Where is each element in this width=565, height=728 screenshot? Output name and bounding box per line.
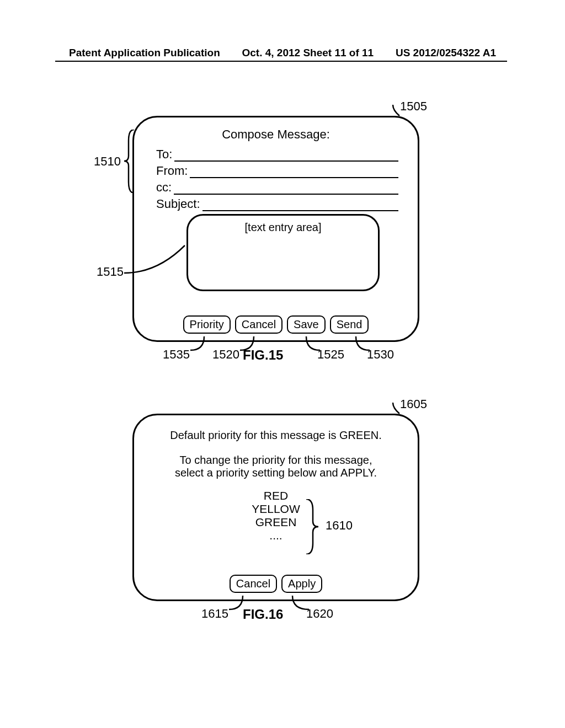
- header-right: US 2012/0254322 A1: [396, 47, 496, 59]
- brace-1510-icon: [124, 130, 135, 193]
- cc-input-line[interactable]: [174, 185, 398, 195]
- from-field-row[interactable]: From:: [156, 164, 398, 178]
- compose-message-panel: Compose Message: To: From: cc: Subject: …: [132, 116, 419, 342]
- header-fields-group: To: From: cc: Subject:: [156, 147, 398, 211]
- lead-1505: [393, 105, 409, 121]
- subject-field-row[interactable]: Subject:: [156, 197, 398, 211]
- fig16-label: FIG.16: [243, 607, 283, 622]
- cancel-button[interactable]: Cancel: [230, 575, 277, 593]
- option-red[interactable]: RED: [134, 489, 418, 502]
- subject-label: Subject:: [156, 197, 200, 211]
- lead-1525: [306, 336, 323, 353]
- message-body-textarea[interactable]: [text entry area]: [186, 214, 380, 291]
- option-green[interactable]: GREEN: [134, 516, 418, 529]
- compose-button-row: Priority Cancel Save Send: [134, 315, 418, 334]
- default-priority-text: Default priority for this message is GRE…: [134, 429, 418, 442]
- lead-1515: [124, 245, 188, 279]
- send-button[interactable]: Send: [330, 315, 369, 334]
- option-yellow[interactable]: YELLOW: [134, 502, 418, 516]
- lead-1535: [190, 336, 207, 353]
- to-field-row[interactable]: To:: [156, 147, 398, 162]
- brace-1610-icon: [306, 499, 320, 554]
- instruction-line-b: select a priority setting below and APPL…: [175, 467, 377, 479]
- option-more[interactable]: ....: [134, 529, 418, 542]
- lead-1530: [356, 336, 372, 353]
- textarea-placeholder: [text entry area]: [245, 221, 322, 233]
- page-header: Patent Application Publication Oct. 4, 2…: [0, 47, 565, 59]
- save-button[interactable]: Save: [287, 315, 326, 334]
- from-input-line[interactable]: [190, 168, 398, 178]
- lead-1520: [240, 336, 257, 353]
- ref-1615: 1615: [201, 607, 228, 621]
- subject-input-line[interactable]: [202, 201, 399, 211]
- header-left: Patent Application Publication: [69, 47, 220, 59]
- to-input-line[interactable]: [174, 152, 398, 162]
- from-label: From:: [156, 164, 188, 178]
- header-rule: [55, 61, 507, 62]
- lead-1615: [229, 596, 246, 612]
- apply-button[interactable]: Apply: [281, 575, 322, 593]
- content-area: Compose Message: To: From: cc: Subject: …: [0, 99, 565, 728]
- cc-field-row[interactable]: cc:: [156, 180, 398, 195]
- cc-label: cc:: [156, 180, 172, 195]
- priority-dialog-panel: Default priority for this message is GRE…: [132, 414, 419, 601]
- ref-1535: 1535: [163, 347, 190, 362]
- priority-button[interactable]: Priority: [183, 315, 231, 334]
- ref-1520: 1520: [212, 347, 239, 362]
- priority-button-row: Cancel Apply: [134, 575, 418, 593]
- lead-1620: [292, 596, 312, 612]
- priority-options-list[interactable]: RED YELLOW GREEN ....: [134, 489, 418, 543]
- header-center: Oct. 4, 2012 Sheet 11 of 11: [242, 47, 374, 59]
- cancel-button[interactable]: Cancel: [235, 315, 282, 334]
- ref-1510: 1510: [94, 154, 121, 169]
- lead-1605: [393, 403, 409, 419]
- ref-1610: 1610: [326, 518, 353, 533]
- instruction-line-a: To change the priority for this message,: [179, 454, 372, 466]
- compose-title: Compose Message:: [134, 127, 418, 142]
- ref-1515: 1515: [97, 265, 124, 279]
- instruction-text: To change the priority for this message,…: [134, 454, 418, 479]
- to-label: To:: [156, 147, 172, 162]
